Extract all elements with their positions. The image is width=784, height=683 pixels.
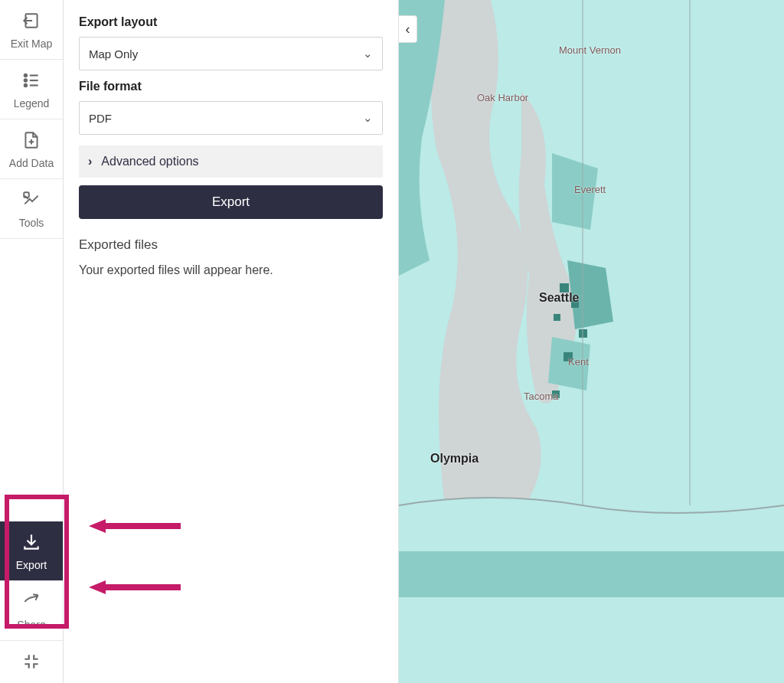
chevron-down-icon: ⌄	[363, 47, 373, 60]
sidebar-item-label: Export	[16, 559, 47, 571]
sidebar-add-data[interactable]: Add Data	[0, 119, 63, 179]
download-icon	[21, 532, 41, 554]
chevron-right-icon: ›	[88, 155, 92, 168]
exported-files-empty-text: Your exported files will appear here.	[79, 263, 383, 277]
exit-map-icon	[21, 11, 41, 33]
map-label: Mount Vernon	[559, 44, 621, 56]
fullscreen-exit-icon	[21, 652, 41, 674]
legend-icon	[21, 70, 41, 93]
svg-rect-11	[554, 314, 560, 321]
advanced-options-toggle[interactable]: › Advanced options	[79, 145, 383, 178]
chevron-down-icon: ⌄	[363, 111, 373, 125]
sidebar-share[interactable]: Share	[0, 581, 63, 641]
export-panel: Export layout Map Only ⌄ File format PDF…	[64, 0, 399, 683]
select-value: Map Only	[89, 47, 138, 60]
chevron-left-icon: ‹	[406, 21, 410, 38]
sidebar-fullscreen-exit[interactable]	[0, 641, 63, 683]
sidebar-exit-map[interactable]: Exit Map	[0, 0, 63, 60]
map-label: Oak Harbor	[477, 92, 528, 103]
advanced-options-label: Advanced options	[101, 155, 198, 168]
svg-point-5	[24, 84, 27, 87]
export-layout-label: Export layout	[79, 15, 383, 29]
svg-rect-15	[399, 551, 784, 597]
add-data-icon	[21, 130, 41, 152]
sidebar-tools[interactable]: Tools	[0, 179, 63, 239]
map-label: Everett	[574, 184, 606, 195]
export-layout-select[interactable]: Map Only ⌄	[79, 37, 383, 70]
sidebar-item-label: Share	[17, 619, 45, 631]
map-label: Kent	[568, 356, 589, 368]
map-label: Seattle	[539, 291, 579, 305]
sidebar-export[interactable]: Export	[0, 521, 63, 581]
file-format-label: File format	[79, 80, 383, 93]
file-format-select[interactable]: PDF ⌄	[79, 101, 383, 135]
share-icon	[21, 592, 41, 614]
export-button[interactable]: Export	[79, 185, 383, 219]
map-label: Olympia	[430, 452, 479, 466]
sidebar: Exit Map Legend Add Data Tools Export	[0, 0, 64, 683]
sidebar-top-group: Exit Map Legend Add Data Tools	[0, 0, 63, 239]
sidebar-legend[interactable]: Legend	[0, 60, 63, 119]
sidebar-item-label: Tools	[19, 217, 44, 229]
sidebar-item-label: Legend	[14, 97, 50, 109]
exported-files-title: Exported files	[79, 237, 383, 253]
map-choropleth	[399, 0, 784, 683]
map-viewport[interactable]: ‹ Mount VernonOak HarborEverettSeattleKe…	[399, 0, 784, 683]
collapse-panel-button[interactable]: ‹	[399, 15, 417, 43]
tools-icon	[21, 190, 41, 212]
select-value: PDF	[89, 112, 112, 125]
svg-point-3	[24, 79, 27, 81]
sidebar-bottom-group: Export Share	[0, 521, 63, 683]
svg-point-1	[24, 74, 27, 77]
sidebar-item-label: Add Data	[9, 157, 54, 169]
sidebar-item-label: Exit Map	[11, 38, 52, 50]
map-label: Tacoma	[524, 391, 559, 402]
